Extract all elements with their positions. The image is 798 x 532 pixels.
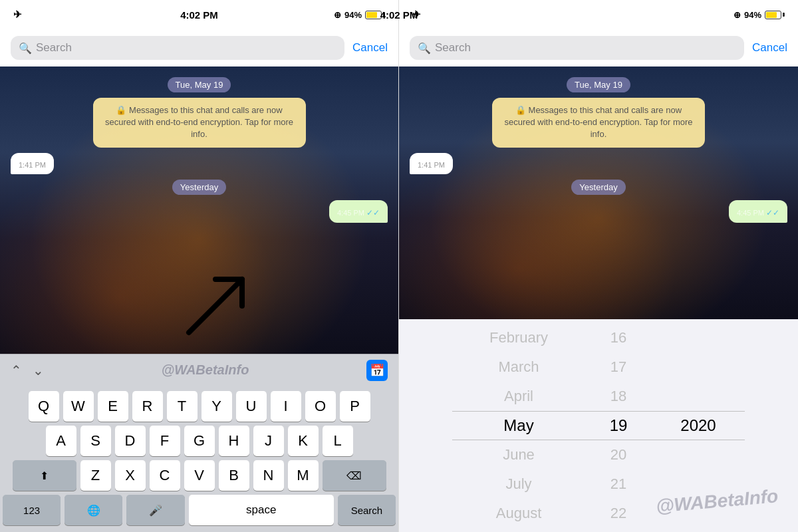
key-G[interactable]: G [184, 426, 215, 456]
key-W[interactable]: W [63, 391, 94, 422]
battery-pct-right: 94% [744, 10, 761, 20]
outgoing-message-right: 4:45 PM ✓✓ [729, 200, 787, 223]
key-globe[interactable]: 🌐 [65, 495, 122, 525]
picker-day-16[interactable]: 16 [585, 323, 652, 352]
picker-day-18[interactable]: 18 [585, 382, 652, 411]
security-message-left: 🔒 Messages to this chat and calls are no… [93, 98, 306, 148]
check-marks-left: ✓✓ [366, 208, 380, 217]
cancel-button-left[interactable]: Cancel [352, 41, 388, 55]
calendar-button-left[interactable]: 📅 [366, 360, 388, 381]
key-K[interactable]: K [288, 426, 319, 456]
picker-month-jun[interactable]: June [452, 440, 585, 469]
search-input-left[interactable] [36, 41, 336, 55]
picker-year-empty-2 [652, 352, 745, 382]
key-O[interactable]: O [305, 391, 336, 422]
chat-messages-right: Tue, May 19 🔒 Messages to this chat and … [399, 66, 798, 233]
picker-col-month[interactable]: February March April May June July Augus… [452, 323, 585, 528]
picker-month-jul[interactable]: July [452, 469, 585, 499]
search-glass-icon-right: 🔍 [418, 42, 431, 55]
wifi-icon-right: ⊕ [733, 10, 741, 20]
picker-month-apr[interactable]: April [452, 382, 585, 411]
picker-month-feb[interactable]: February [452, 323, 585, 352]
cancel-button-right[interactable]: Cancel [752, 41, 787, 55]
nav-arrows-left: ⌃ ⌄ [11, 362, 44, 378]
key-backspace[interactable]: ⌫ [323, 460, 386, 491]
key-V[interactable]: V [184, 460, 215, 491]
date-badge-2-left: Yesterday [172, 180, 226, 195]
key-search[interactable]: Search [338, 495, 396, 525]
key-U[interactable]: U [236, 391, 267, 422]
key-row-1: Q W E R T Y U I O P [3, 391, 396, 422]
search-input-right[interactable] [435, 41, 736, 55]
key-Z[interactable]: Z [80, 460, 111, 491]
status-time-left: 4:02 PM [180, 9, 218, 21]
left-phone-panel: ✈ 4:02 PM ⊕ 94% 🔍 Cancel Tue, May 19 🔒 M… [0, 0, 399, 532]
key-H[interactable]: H [219, 426, 249, 456]
security-message-right: 🔒 Messages to this chat and calls are no… [492, 98, 705, 148]
battery-icon-right [765, 11, 785, 19]
key-C[interactable]: C [150, 460, 180, 491]
right-phone-panel: ✈ 4:02 PM ⊕ 94% 🔍 Cancel Tue, May 19 🔒 M… [399, 0, 798, 532]
picker-day-22[interactable]: 22 [585, 499, 652, 528]
right-status-icons: ⊕ 94% [334, 10, 385, 20]
right-status-icons-right: ⊕ 94% [733, 10, 785, 20]
key-space[interactable]: space [189, 495, 334, 525]
next-arrow-left[interactable]: ⌄ [33, 362, 44, 378]
picker-day-19[interactable]: 19 [585, 411, 652, 440]
picker-col-day[interactable]: 16 17 18 19 20 21 22 [585, 323, 652, 528]
date-badge-1-right: Tue, May 19 [567, 77, 630, 92]
picker-day-17[interactable]: 17 [585, 352, 652, 382]
picker-year-empty-1 [652, 323, 745, 352]
picker-month-mar[interactable]: March [452, 352, 585, 382]
check-marks-right: ✓✓ [766, 208, 779, 217]
date-badge-1-left: Tue, May 19 [168, 77, 231, 92]
msg-time-1-right: 1:41 PM [418, 161, 445, 169]
wifi-icon: ⊕ [334, 10, 341, 20]
key-J[interactable]: J [253, 426, 284, 456]
key-D[interactable]: D [115, 426, 146, 456]
key-123[interactable]: 123 [3, 495, 61, 525]
keyboard-left: Q W E R T Y U I O P A S D F G H J K L ⬆ … [0, 386, 398, 532]
picker-year-2020[interactable]: 2020 [652, 411, 745, 440]
incoming-message-right: 1:41 PM [410, 153, 453, 174]
picker-day-20[interactable]: 20 [585, 440, 652, 469]
key-Y[interactable]: Y [201, 391, 232, 422]
watermark-left: @WABetaInfo [55, 362, 356, 378]
key-P[interactable]: P [340, 391, 370, 422]
search-bar-right: 🔍 Cancel [399, 29, 798, 66]
flight-mode-icon: ✈ [13, 9, 22, 21]
msg-time-2-right: 4:45 PM ✓✓ [737, 208, 779, 217]
key-S[interactable]: S [80, 426, 111, 456]
key-R[interactable]: R [132, 391, 163, 422]
key-M[interactable]: M [288, 460, 319, 491]
picker-month-aug[interactable]: August [452, 499, 585, 528]
key-X[interactable]: X [115, 460, 146, 491]
msg-time-1-left: 1:41 PM [19, 161, 46, 169]
prev-arrow-left[interactable]: ⌃ [11, 362, 22, 378]
incoming-message-left: 1:41 PM [11, 153, 54, 174]
key-mic[interactable]: 🎤 [126, 495, 184, 525]
key-A[interactable]: A [46, 426, 76, 456]
left-status-icons: ✈ [13, 9, 22, 21]
key-N[interactable]: N [253, 460, 284, 491]
key-shift[interactable]: ⬆ [13, 460, 76, 491]
key-I[interactable]: I [271, 391, 301, 422]
search-input-wrap-right[interactable]: 🔍 [410, 36, 744, 60]
picker-year-empty-3 [652, 382, 745, 411]
picker-day-21[interactable]: 21 [585, 469, 652, 499]
key-B[interactable]: B [219, 460, 249, 491]
picker-year-empty-4 [652, 440, 745, 469]
picker-month-may[interactable]: May [452, 411, 585, 440]
search-input-wrap-left[interactable]: 🔍 [11, 36, 344, 60]
msg-time-2-left: 4:45 PM ✓✓ [337, 208, 380, 217]
outgoing-message-left: 4:45 PM ✓✓ [329, 200, 388, 223]
key-T[interactable]: T [167, 391, 198, 422]
key-row-4: 123 🌐 🎤 space Search [3, 495, 396, 525]
key-Q[interactable]: Q [29, 391, 59, 422]
calendar-icon-left: 📅 [370, 363, 384, 378]
key-E[interactable]: E [98, 391, 128, 422]
status-bar-left: ✈ 4:02 PM ⊕ 94% [0, 0, 398, 29]
key-L[interactable]: L [323, 426, 353, 456]
key-row-2: A S D F G H J K L [3, 426, 396, 456]
key-F[interactable]: F [150, 426, 180, 456]
